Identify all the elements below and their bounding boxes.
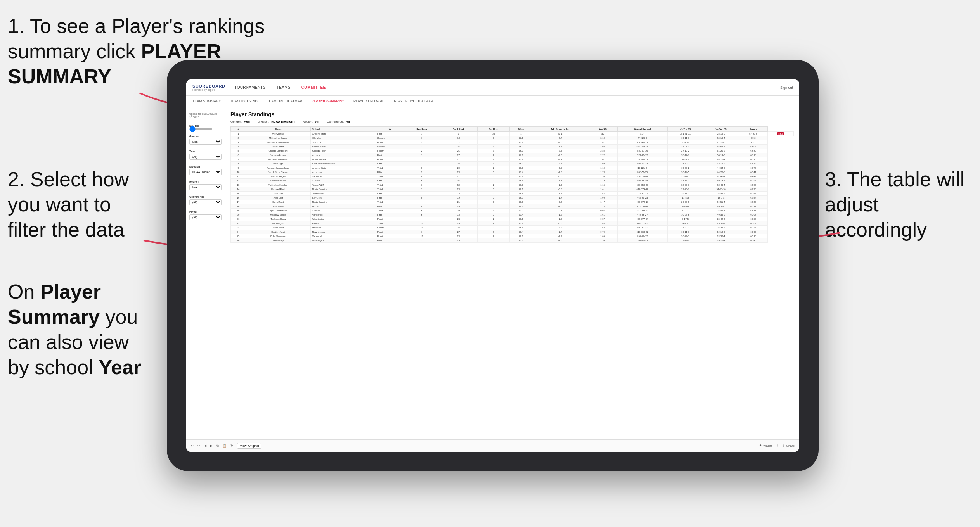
main-content: Update time: 27/03/2024 16:56:26 No Rds.… [186, 107, 799, 439]
division-filter: Division: NCAA Division I [258, 120, 295, 123]
table-row: 23Jack LundinMissouriFourth1124068.6-2.3… [231, 226, 794, 230]
undo-btn[interactable]: ↩ [191, 444, 194, 448]
year-select[interactable]: (All) First Second Third Fourth Fifth [189, 154, 222, 160]
nav-committee[interactable]: COMMITTEE [301, 85, 326, 90]
table-row: 3Michael ThorbjornsenStanfordFourth21206… [231, 140, 794, 145]
sub-nav: TEAM SUMMARY TEAM H2H GRID TEAM H2H HEAT… [186, 96, 799, 107]
col-vs-top25: Vs Top 25 [667, 127, 703, 132]
col-no-rds: No. Rds. [478, 127, 510, 132]
table-row: 7Nicholas GabrelcikNorth FloridaFourth12… [231, 157, 794, 162]
sign-out-link[interactable]: Sign out [780, 86, 793, 90]
table-row: 12Brendan ValdesAuburnFifth537068.4-1.11… [231, 179, 794, 183]
sub-nav-team-h2h-heatmap[interactable]: TEAM H2H HEATMAP [267, 99, 302, 104]
update-time-section: Update time: 27/03/2024 16:56:26 [189, 112, 222, 119]
year-section: Year (All) First Second Third Fourth Fif… [189, 150, 222, 160]
col-wins: Wins [510, 127, 532, 132]
watch-btn[interactable]: 👁 Watch [759, 444, 772, 448]
col-vs-top50: Vs Top 50 [703, 127, 739, 132]
table-row: 2Michael La SassoOle MissSecond118067.1-… [231, 136, 794, 140]
col-avg-sg: Avg SG [588, 127, 617, 132]
instruction-bottom: On Player Summary you can also view by s… [8, 279, 171, 380]
table-row: 16Alex GoffKentuckyFifth819068.3-1.71.92… [231, 196, 794, 200]
sub-nav-player-h2h-heatmap[interactable]: PLAYER H2H HEATMAP [394, 99, 433, 104]
col-points: Points [739, 127, 768, 132]
table-row: 24Bastien AmatNew MexicoFourth127269.4-1… [231, 230, 794, 234]
share-btn[interactable]: ⇧ Share [783, 444, 795, 448]
col-rank: # [231, 127, 246, 132]
table-row: 1Wenyi DingArizona StateFirst1115167.1-3… [231, 132, 794, 136]
table-row: 26Petr HrubyWashingtonFifth725068.6-1.81… [231, 238, 794, 243]
table-row: 14Maxwell FordNorth CarolinaThird723069.… [231, 187, 794, 192]
col-player: Player [246, 127, 311, 132]
table-row: 10Jacob Skov OlesenArkansasFifth223068.4… [231, 170, 794, 175]
tablet: SCOREBOARD Powered by clipp'd TOURNAMENT… [167, 60, 819, 471]
division-select[interactable]: NCAA Division I [189, 169, 222, 175]
tablet-screen: SCOREBOARD Powered by clipp'd TOURNAMENT… [186, 79, 799, 452]
col-reg-rank: Reg Rank [404, 127, 440, 132]
player-select[interactable]: (All) [189, 214, 222, 220]
page-title: Player Standings [230, 111, 794, 117]
gender-select[interactable]: Men Women [189, 139, 222, 145]
table-row: 13Phichaksn MaichonTexas A&MThird630169.… [231, 183, 794, 187]
sidebar: Update time: 27/03/2024 16:56:26 No Rds.… [186, 107, 225, 439]
paste-btn[interactable]: 📋 [223, 444, 227, 448]
reset-btn[interactable]: ↻ [230, 444, 233, 448]
table-header-row: # Player School Yr Reg Rank Conf Rank No… [231, 127, 794, 132]
nav-links: TOURNAMENTS TEAMS COMMITTEE [234, 85, 775, 90]
table-row: 4Luke ClatonFlorida StateSecond127268.2-… [231, 145, 794, 149]
sub-nav-team-h2h-grid[interactable]: TEAM H2H GRID [230, 99, 258, 104]
region-select[interactable]: N/A [189, 184, 222, 190]
gender-filter: Gender: Men [230, 120, 250, 123]
table-row: 6Jackson KoivunAuburnFirst127167.3-2.02.… [231, 153, 794, 157]
col-conf-rank: Conf Rank [440, 127, 477, 132]
table-body: 1Wenyi DingArizona StateFirst1115167.1-3… [231, 132, 794, 243]
region-section: Region N/A [189, 180, 222, 190]
conference-filter: Conference: All [327, 120, 350, 123]
table-row: 20Matthew RiedelVanderbiltFifth518069.4-… [231, 213, 794, 217]
instruction-step3: 3. The table will adjust accordingly [825, 167, 972, 242]
conference-section: Conference (All) [189, 195, 222, 205]
content-area: Player Standings Gender: Men Division: N… [225, 107, 799, 439]
table-row: 17David FordNorth CarolinaThird421069.0-… [231, 200, 794, 204]
region-filter: Region: All [303, 120, 319, 123]
rds-control [189, 128, 222, 130]
table-row: 21Taehoon SongWashingtonFourth423169.1-1… [231, 217, 794, 221]
no-rds-section: No Rds. [189, 124, 222, 130]
back-btn[interactable]: ◀ [204, 444, 206, 448]
table-row: 22Ian GilliganFloridaThird1024168.7-0.81… [231, 221, 794, 226]
sub-nav-team-summary[interactable]: TEAM SUMMARY [192, 99, 221, 104]
toolbar-bottom: ↩ ↪ ◀ ▶ ⧉ 📋 ↻ View: Original 👁 Watch ⇩ ⇧… [186, 439, 799, 452]
instruction-step2: 2. Select how you want to filter the dat… [8, 167, 147, 242]
gender-section: Gender Men Women [189, 135, 222, 145]
col-yr: Yr [376, 127, 404, 132]
conference-select[interactable]: (All) [189, 199, 222, 205]
table-row: 19Tiger ChristensenArizonaThird523269.2-… [231, 209, 794, 213]
table-row: 11Gordon SargentVanderbiltThird421068.7-… [231, 175, 794, 179]
table-row: 5Christo LamprechtGeorgia TechFourth2212… [231, 149, 794, 153]
player-section: Player (All) [189, 211, 222, 220]
nav-bar: SCOREBOARD Powered by clipp'd TOURNAMENT… [186, 79, 799, 96]
nav-logo: SCOREBOARD Powered by clipp'd [192, 84, 225, 91]
table-row: 25Cole SherwoodVanderbiltFourth1223169.3… [231, 234, 794, 238]
col-overall: Overall Record [617, 127, 667, 132]
table-row: 15Jake HallTennesseeFifth718068.5-1.51.6… [231, 192, 794, 196]
nav-tournaments[interactable]: TOURNAMENTS [234, 85, 265, 90]
redo-btn[interactable]: ↪ [197, 444, 200, 448]
nav-teams[interactable]: TEAMS [277, 85, 291, 90]
view-original-btn[interactable]: View: Original [237, 443, 261, 449]
standings-table: # Player School Yr Reg Rank Conf Rank No… [230, 126, 794, 243]
table-row: 9Preston SummerhaysArizona StateThird324… [231, 166, 794, 170]
filters-row: Gender: Men Division: NCAA Division I Re… [230, 120, 794, 123]
forward-btn[interactable]: ▶ [210, 444, 213, 448]
col-adj-score: Adj. Score to Par [532, 127, 588, 132]
sub-nav-player-h2h-grid[interactable]: PLAYER H2H GRID [353, 99, 384, 104]
table-row: 18Luke PowellUCLAFirst424069.1-1.81.1350… [231, 204, 794, 209]
export-btn[interactable]: ⇩ [776, 444, 779, 448]
copy-btn[interactable]: ⧉ [216, 444, 219, 448]
rds-slider[interactable] [189, 128, 213, 130]
sub-nav-player-summary[interactable]: PLAYER SUMMARY [312, 99, 344, 104]
nav-right: | Sign out [776, 86, 793, 90]
division-section: Division NCAA Division I [189, 165, 222, 175]
col-school: School [310, 127, 376, 132]
table-row: 8Mats EgeEast Tennessee StateFifth124268… [231, 162, 794, 166]
